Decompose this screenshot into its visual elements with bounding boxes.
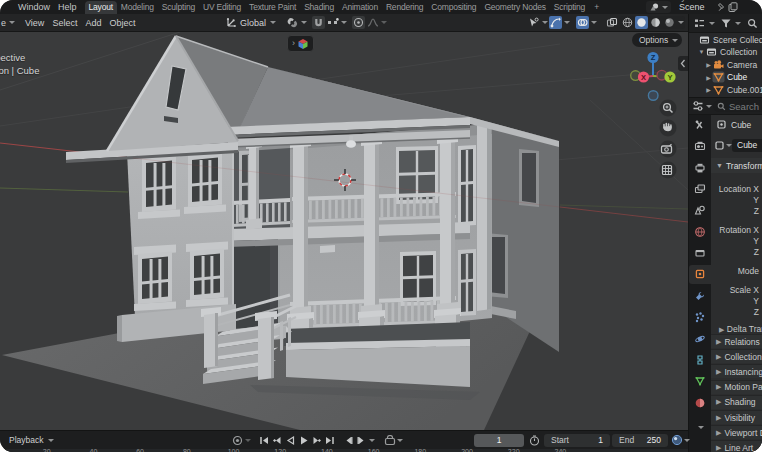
chevron-down-icon[interactable] [396,437,403,444]
chevron-down-icon[interactable] [708,20,715,27]
outliner-display-mode-icon[interactable] [694,18,706,29]
shading-rendered-icon[interactable] [663,16,676,29]
new-scene-icon[interactable] [728,2,738,13]
properties-tab-output[interactable] [689,158,711,177]
viewport-menu-object[interactable]: Object [105,18,139,28]
gizmos-toggle[interactable] [549,16,570,29]
properties-tab-data[interactable] [689,372,711,391]
sidebar-collapse-tab[interactable] [678,56,688,71]
overlays-toggle[interactable] [576,16,597,29]
playback-sync-button[interactable] [383,433,396,447]
outliner-item-collection[interactable]: ▼Collection [689,46,762,59]
viewport-3d[interactable]: XYZ › Options User Perspective (1) Colle… [0,32,688,430]
properties-tab-render[interactable] [689,137,711,156]
gizmo-z-neg-ball[interactable] [648,91,658,101]
step-forward-button[interactable] [355,433,368,447]
mode-dropdown-clipped[interactable]: e [0,18,8,28]
chevron-down-icon[interactable] [300,19,307,26]
transform-section-header[interactable]: ▼ Transform [711,158,762,173]
workspace-tab-shading[interactable]: Shading [300,1,338,14]
outliner-item-camera[interactable]: ▶Camera [689,58,762,71]
chevron-down-icon[interactable] [368,437,375,444]
chevron-down-icon[interactable] [683,437,690,444]
expand-icon[interactable]: ▶ [705,74,712,81]
camera-view-button[interactable] [660,141,677,158]
auto-keyframe-button[interactable] [231,433,244,447]
shading-solid-icon[interactable] [635,16,648,29]
playback-menu[interactable]: Playback [0,435,47,445]
properties-tabs-scroll-down[interactable] [689,418,711,437]
section-visibility[interactable]: ▶Visibility [711,410,762,424]
properties-tab-particles[interactable] [689,308,711,327]
outliner-item-cube-001[interactable]: ▶Cube.001 [689,83,762,96]
section-shading[interactable]: ▶Shading [711,395,762,409]
snap-toggle-icon[interactable] [312,16,325,29]
options-dropdown[interactable]: Options [632,33,682,47]
play-reverse-button[interactable] [284,433,297,447]
topbar-menu-window[interactable]: Window [14,0,54,14]
shading-wireframe-icon[interactable] [621,16,634,29]
previous-keyframe-button[interactable] [271,433,284,447]
properties-tab-collection[interactable] [689,244,711,263]
jump-to-start-button[interactable] [258,433,271,447]
frame-end-field[interactable]: End 250 [612,434,668,447]
search-icon[interactable] [747,18,758,29]
chevron-down-icon[interactable] [244,437,251,444]
workspace-tab-compositing[interactable]: Compositing [427,1,480,14]
add-workspace-button[interactable]: + [589,1,604,14]
scene-browse-button[interactable] [646,1,671,13]
chevron-down-icon[interactable] [380,19,387,26]
workspace-tab-geometry-nodes[interactable]: Geometry Nodes [480,1,549,14]
delta-transform-row[interactable]: ▶ Delta Transform [719,324,762,334]
properties-editor-icon[interactable] [692,100,704,112]
gizmo-x-label[interactable]: X [641,73,646,82]
outliner-item-cube[interactable]: ▶Cube [689,71,762,84]
jump-to-end-button[interactable] [323,433,336,447]
properties-search-field[interactable]: Search [713,100,762,112]
viewport-menu-view[interactable]: View [21,18,48,28]
pan-button[interactable] [660,120,677,137]
expand-icon[interactable]: ▶ [705,86,712,93]
outliner-filter-icon[interactable] [720,18,732,29]
zoom-button[interactable] [660,100,677,117]
properties-tab-object[interactable] [689,265,711,284]
section-motion-paths[interactable]: ▶Motion Paths [711,380,762,394]
gizmo-z-label[interactable]: Z [651,53,656,62]
properties-tab-world[interactable] [689,222,711,241]
viewport-menu-add[interactable]: Add [81,18,105,28]
transform-orientation[interactable]: Global [226,17,276,28]
outliner-item-scene-collection[interactable]: Scene Collection [689,33,762,46]
properties-tab-physics[interactable] [689,329,711,348]
visibility-dropdown[interactable] [527,16,548,29]
workspace-tab-rendering[interactable]: Rendering [382,1,427,14]
section-relations[interactable]: ▶Relations [711,334,762,348]
snap-target-icon[interactable] [326,16,339,29]
workspace-tab-uv-editing[interactable]: UV Editing [199,1,245,14]
snap-magnet-icon[interactable] [286,16,299,29]
gizmo-y-label[interactable]: Y [667,73,672,82]
workspace-tab-sculpting[interactable]: Sculpting [158,1,199,14]
keying-set-icon[interactable] [671,434,683,446]
topbar-menu-help[interactable]: Help [54,0,81,14]
chevron-down-icon[interactable] [340,19,347,26]
pin-icon[interactable] [717,2,726,12]
step-back-button[interactable] [342,433,355,447]
proportional-edit-icon[interactable] [352,16,365,29]
chevron-down-icon[interactable] [705,103,712,110]
properties-tab-material[interactable] [689,393,711,412]
properties-tab-scene[interactable] [689,201,711,220]
section-line-art[interactable]: ▶Line Art [711,440,762,452]
play-button[interactable] [297,433,310,447]
falloff-curve-icon[interactable] [366,16,379,29]
chevron-down-icon[interactable] [677,19,684,26]
workspace-tab-animation[interactable]: Animation [338,1,382,14]
section-viewport-display[interactable]: ▶Viewport Display [711,425,762,439]
perspective-toggle-button[interactable] [660,162,677,179]
xray-toggle[interactable] [605,16,618,29]
expand-icon[interactable]: ▶ [705,61,712,68]
shading-material-icon[interactable] [649,16,662,29]
viewport-menu-select[interactable]: Select [48,18,81,28]
properties-tab-tool[interactable] [689,116,711,135]
section-instancing[interactable]: ▶Instancing [711,364,762,378]
collapse-icon[interactable]: ▼ [698,49,705,55]
